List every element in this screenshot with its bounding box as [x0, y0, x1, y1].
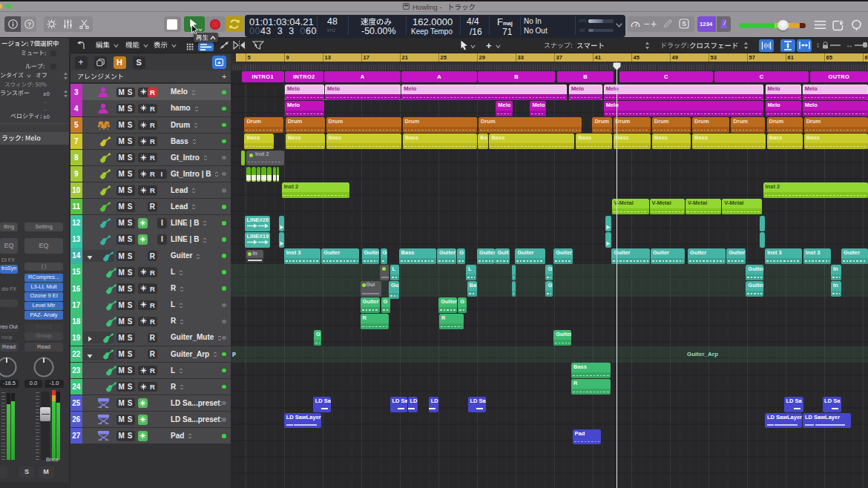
- svg-text:S: S: [682, 20, 686, 27]
- svg-text:?: ?: [27, 20, 31, 27]
